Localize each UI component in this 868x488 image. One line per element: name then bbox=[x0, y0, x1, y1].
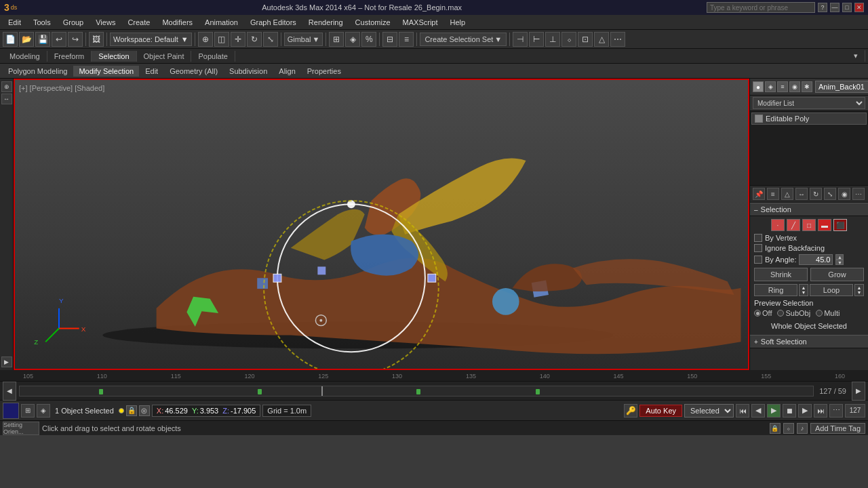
by-vertex-checkbox[interactable] bbox=[754, 234, 762, 242]
viewport[interactable]: [+] [Perspective] [Shaded] Hier bbox=[14, 79, 749, 370]
rib-geometry[interactable]: Geometry (All) bbox=[164, 66, 223, 77]
spacetool-button[interactable]: ⊡ bbox=[578, 32, 593, 47]
bottom-sound-icon[interactable]: ♪ bbox=[797, 423, 808, 434]
editable-poly-item[interactable]: Editable Poly bbox=[751, 113, 867, 125]
snap-percent-button[interactable]: % bbox=[361, 32, 376, 47]
menu-maxscript[interactable]: MAXScript bbox=[397, 17, 443, 28]
setting-orient-button[interactable]: Setting Orien... bbox=[3, 422, 39, 435]
ring-button[interactable]: Ring bbox=[754, 284, 797, 296]
selection-panel-header[interactable]: – Selection bbox=[750, 203, 868, 216]
mod-pin-button[interactable]: 📌 bbox=[753, 188, 765, 200]
redo-button[interactable]: ↪ bbox=[68, 32, 83, 47]
rib-modify-selection[interactable]: Modify Selection bbox=[73, 66, 139, 77]
lock-button[interactable]: 🔒 bbox=[126, 405, 137, 416]
more-tools-button[interactable]: ⋯ bbox=[610, 32, 625, 47]
selected-dropdown[interactable]: Selected bbox=[684, 404, 734, 418]
timeline-prev-button[interactable]: ◀ bbox=[3, 382, 16, 401]
placehighlight-button[interactable]: ⬦ bbox=[561, 32, 576, 47]
preview-subobj-radio[interactable] bbox=[777, 310, 784, 317]
undo-button[interactable]: ↩ bbox=[52, 32, 66, 47]
scale-button[interactable]: ⤡ bbox=[263, 32, 278, 47]
vertex-icon[interactable]: · bbox=[771, 219, 785, 231]
mod-move-button[interactable]: ↔ bbox=[795, 188, 808, 200]
object-icon-5[interactable]: ✱ bbox=[802, 81, 812, 92]
new-scene-button[interactable]: 📄 bbox=[3, 32, 18, 47]
shrink-button[interactable]: Shrink bbox=[754, 268, 808, 281]
add-time-tag-button[interactable]: Add Time Tag bbox=[810, 423, 865, 434]
tab-object-paint[interactable]: Object Paint bbox=[137, 51, 192, 62]
rib-polygon-modeling[interactable]: Polygon Modeling bbox=[3, 66, 73, 77]
rib-align[interactable]: Align bbox=[273, 66, 300, 77]
frame-input[interactable]: 127 bbox=[845, 404, 865, 418]
left-toolbar-move[interactable]: ↔ bbox=[1, 94, 12, 104]
workspace-dropdown[interactable]: Workspace: Default ▼ bbox=[110, 33, 192, 46]
timeline-next-button[interactable]: ▶ bbox=[852, 382, 865, 401]
bottom-key-mode-icon[interactable]: ⬦ bbox=[783, 423, 794, 434]
preview-off-option[interactable]: Off bbox=[754, 309, 772, 317]
preview-multi-option[interactable]: Multi bbox=[816, 309, 840, 317]
mini-color-swatch[interactable] bbox=[3, 403, 19, 419]
select-object-button[interactable]: ⊕ bbox=[198, 32, 213, 47]
align-button[interactable]: ⊟ bbox=[382, 32, 397, 47]
ribbon-expand-button[interactable]: ▾ bbox=[847, 50, 865, 62]
isovertex-button[interactable]: △ bbox=[594, 32, 609, 47]
object-icon-3[interactable]: ≡ bbox=[777, 81, 788, 92]
menu-modifiers[interactable]: Modifiers bbox=[157, 17, 198, 28]
snap-angle-button[interactable]: ◈ bbox=[345, 32, 360, 47]
angle-down-button[interactable]: ▼ bbox=[835, 260, 844, 265]
mod-scale-button[interactable]: ⤡ bbox=[824, 188, 836, 200]
rotate-button[interactable]: ↻ bbox=[247, 32, 262, 47]
preview-multi-radio[interactable] bbox=[816, 310, 823, 317]
menu-group[interactable]: Group bbox=[58, 17, 90, 28]
gimbal-dropdown[interactable]: Gimbal ▼ bbox=[284, 33, 323, 46]
object-name-input[interactable] bbox=[815, 81, 868, 93]
snap-toggle-button[interactable]: ⊞ bbox=[329, 32, 344, 47]
menu-edit[interactable]: Edit bbox=[3, 17, 26, 28]
mod-channel-button[interactable]: ≡ bbox=[767, 188, 779, 200]
tab-freeform[interactable]: Freeform bbox=[47, 51, 92, 62]
minimize-button[interactable]: — bbox=[830, 3, 840, 12]
layer-manager-button[interactable]: ≡ bbox=[399, 32, 414, 47]
menu-customize[interactable]: Customize bbox=[350, 17, 396, 28]
object-icon-1[interactable]: ● bbox=[753, 81, 764, 92]
menu-help[interactable]: Help bbox=[445, 17, 471, 28]
polygon-icon[interactable]: ▬ bbox=[818, 219, 831, 231]
move-button[interactable]: ✛ bbox=[231, 32, 245, 47]
left-toolbar-bottom[interactable]: ▶ bbox=[1, 357, 12, 367]
help-button[interactable]: ? bbox=[818, 3, 827, 12]
key-icon[interactable]: 🔑 bbox=[624, 404, 637, 418]
timeline-track[interactable] bbox=[19, 386, 814, 396]
ring-spinner[interactable]: ▲ ▼ bbox=[799, 284, 808, 296]
object-icon-4[interactable]: ◉ bbox=[789, 81, 800, 92]
preview-off-radio[interactable] bbox=[754, 310, 761, 317]
menu-animation[interactable]: Animation bbox=[199, 17, 243, 28]
menu-tools[interactable]: Tools bbox=[28, 17, 56, 28]
auto-key-button[interactable]: Auto Key bbox=[639, 405, 682, 417]
loop-spinner[interactable]: ▲ ▼ bbox=[854, 284, 864, 296]
modifier-list-dropdown[interactable]: Modifier List bbox=[753, 97, 865, 109]
angle-up-button[interactable]: ▲ bbox=[835, 254, 844, 260]
stop-button[interactable]: ⏹ bbox=[783, 404, 796, 418]
ignore-backfacing-checkbox[interactable] bbox=[754, 244, 762, 252]
border-icon[interactable]: □ bbox=[802, 219, 816, 231]
element-icon[interactable]: ⬛ bbox=[833, 219, 847, 231]
bottom-lock-icon[interactable]: 🔒 bbox=[770, 423, 781, 434]
create-selection-set-button[interactable]: Create Selection Set ▼ bbox=[420, 33, 507, 46]
save-file-button[interactable]: 💾 bbox=[35, 32, 50, 47]
search-input[interactable] bbox=[707, 2, 815, 13]
menu-create[interactable]: Create bbox=[122, 17, 155, 28]
tab-populate[interactable]: Populate bbox=[191, 51, 235, 62]
goto-end-button[interactable]: ⏭ bbox=[814, 404, 827, 418]
tab-selection[interactable]: Selection bbox=[92, 51, 136, 62]
align2-button[interactable]: ⊢ bbox=[529, 32, 544, 47]
loop-button[interactable]: Loop bbox=[810, 284, 853, 296]
tab-modeling[interactable]: Modeling bbox=[3, 51, 47, 62]
next-frame-button[interactable]: ▶ bbox=[798, 404, 812, 418]
render-setup-button[interactable]: 🖼 bbox=[89, 32, 104, 47]
mod-subobject-button[interactable]: △ bbox=[781, 188, 793, 200]
menu-graph-editors[interactable]: Graph Editors bbox=[245, 17, 302, 28]
mod-rotate-button[interactable]: ↻ bbox=[810, 188, 822, 200]
menu-rendering[interactable]: Rendering bbox=[303, 17, 349, 28]
mirrorarray-button[interactable]: ⊣ bbox=[513, 32, 528, 47]
select-region-button[interactable]: ◫ bbox=[214, 32, 229, 47]
